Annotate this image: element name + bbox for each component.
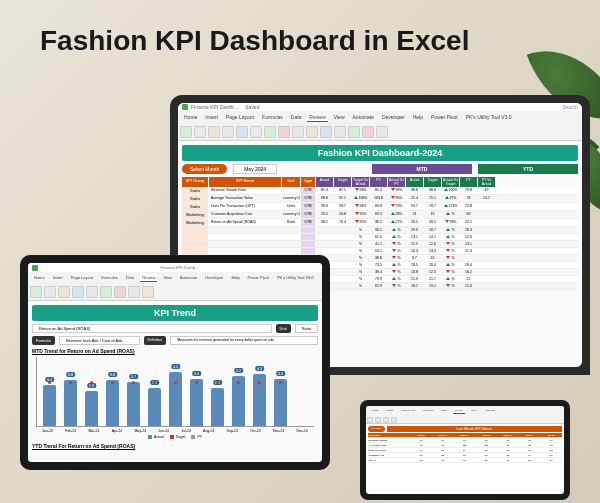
table-cell: 98 [410, 443, 432, 447]
kpi-py2: 12.6 [460, 234, 477, 240]
ribbon-button[interactable] [236, 126, 248, 138]
ribbon-button[interactable] [44, 286, 56, 298]
ribbon-button[interactable] [100, 286, 112, 298]
kpi-tva: % [352, 241, 369, 247]
ribbon-tab-pagelayout[interactable]: Page Layout [224, 113, 256, 122]
ribbon-tab-data[interactable]: Data [289, 113, 304, 122]
ribbon-tab-insert[interactable]: Insert [51, 274, 65, 282]
chart-point [111, 381, 114, 384]
ribbon-tab-data[interactable]: Data [124, 274, 136, 282]
kpi-row: %53.1 %16.313.4 %11.3 [182, 248, 578, 255]
ribbon-button[interactable] [376, 126, 388, 138]
ribbon-button[interactable] [306, 126, 318, 138]
col-actual2: Actual [406, 177, 423, 187]
kpi-ava2 [478, 219, 495, 226]
kpi-target2: 76.7 [424, 203, 441, 210]
ribbon-tab-formulas[interactable]: Formulas [421, 408, 435, 414]
table-cell: 69 [475, 453, 497, 457]
ribbon-button[interactable] [264, 126, 276, 138]
ribbon-button[interactable] [128, 286, 140, 298]
ribbon-tab-home[interactable]: Home [370, 408, 381, 414]
ribbon-button[interactable] [58, 286, 70, 298]
ribbon-tab-automate[interactable]: Automate [351, 113, 376, 122]
kpi-tva2: 123% [442, 203, 459, 210]
kpi-actual2: 16.3 [406, 248, 423, 254]
ribbon-tab-powerpivot[interactable]: Power Pivot [429, 113, 460, 122]
ribbon-button[interactable] [375, 417, 381, 423]
ribbon-button[interactable] [208, 126, 220, 138]
ribbon-button[interactable] [348, 126, 360, 138]
kpi-selector[interactable]: Return on Ad Spend (ROAS) [32, 324, 272, 333]
ribbon-button[interactable] [30, 286, 42, 298]
ribbon-tab-formulas[interactable]: Formulas [260, 113, 285, 122]
table-cell: 24 [540, 458, 562, 462]
ribbon-tab-powerpivot[interactable]: Power Pivot [246, 274, 271, 282]
kpi-name [209, 234, 281, 240]
kpi-py2: 13.1 [460, 241, 477, 247]
ribbon-tab-review[interactable]: Review [307, 113, 327, 122]
ribbon-tab-pagelayout[interactable]: Page Layout [69, 274, 95, 282]
ribbon-button[interactable] [72, 286, 84, 298]
ytd-header: YTD [478, 164, 578, 174]
ribbon-button[interactable] [334, 126, 346, 138]
ribbon-tab-insert[interactable]: Insert [385, 408, 395, 414]
kpi-group [182, 248, 208, 254]
ribbon-tab-view[interactable]: View [161, 274, 174, 282]
x-label: Aug-24 [203, 429, 214, 433]
kpi-tva2: % [442, 211, 459, 218]
kpi-py: 53.1 [370, 248, 387, 254]
ribbon-tab-pksutilitytoolv[interactable]: PK's Utility Tool V3.0 [275, 274, 316, 282]
ribbon-tab-help[interactable]: Help [411, 113, 425, 122]
ribbon-tab-review[interactable]: Review [140, 274, 157, 282]
ribbon-button[interactable] [142, 286, 154, 298]
ribbon-button[interactable] [292, 126, 304, 138]
dashboard-title: Fashion KPI Dashboard-2024 [182, 145, 578, 161]
month-selector[interactable]: May 2024 [233, 164, 277, 174]
kpi-tva: % [352, 234, 369, 240]
ribbon-tab-review[interactable]: Review [453, 408, 465, 414]
table-cell: 92 [432, 443, 454, 447]
ribbon-tab-automate[interactable]: Automate [482, 408, 497, 414]
kpi-py2: 11.3 [460, 248, 477, 254]
ribbon-tab-pagelayout[interactable]: Page Layout [399, 408, 417, 414]
table-cell: 94 [454, 448, 476, 452]
kpi-py: 73.5 [370, 262, 387, 268]
ribbon-tab-view[interactable]: View [469, 408, 478, 414]
ribbon-button[interactable] [367, 417, 373, 423]
ribbon-tab-view[interactable]: View [332, 113, 347, 122]
kpi-py: 82.4 [370, 187, 387, 194]
ribbon-button[interactable] [222, 126, 234, 138]
ribbon-button[interactable] [180, 126, 192, 138]
kpi-target [334, 255, 351, 261]
kpi-target: 87.5 [334, 187, 351, 194]
phone-month[interactable]: Feb 2024 [368, 426, 385, 432]
ribbon-tab-developer[interactable]: Developer [203, 274, 225, 282]
ribbon-button[interactable] [194, 126, 206, 138]
ribbon-tab-help[interactable]: Help [229, 274, 241, 282]
kpi-py: 69.6 [370, 203, 387, 210]
ribbon-tab-developer[interactable]: Developer [380, 113, 407, 122]
ribbon-button[interactable] [320, 126, 332, 138]
ribbon-button[interactable] [278, 126, 290, 138]
ribbon-tab-pksutilitytoolv[interactable]: PK's Utility Tool V3.0 [464, 113, 514, 122]
trend-title: KPI Trend [32, 305, 318, 321]
ribbon-button[interactable] [86, 286, 98, 298]
ribbon-tab-formulas[interactable]: Formulas [99, 274, 120, 282]
ribbon-button[interactable] [250, 126, 262, 138]
ribbon-button[interactable] [362, 126, 374, 138]
legend-item: Actual [148, 435, 164, 439]
kpi-name [209, 241, 281, 247]
search-box[interactable]: Search [562, 104, 578, 110]
ribbon-button[interactable] [383, 417, 389, 423]
ribbon-button[interactable] [114, 286, 126, 298]
ribbon-tab-data[interactable]: Data [439, 408, 448, 414]
ribbon-tab-home[interactable]: Home [32, 274, 47, 282]
kpi-ava: % [388, 269, 405, 275]
ribbon-button[interactable] [391, 417, 397, 423]
ribbon-tab-automate[interactable]: Automate [178, 274, 199, 282]
kpi-type [301, 234, 315, 240]
kpi-py2: 69 [460, 211, 477, 218]
ribbon-tab-home[interactable]: Home [182, 113, 199, 122]
ribbon-tab-insert[interactable]: Insert [203, 113, 220, 122]
kpi-py: 36.2 [370, 219, 387, 226]
